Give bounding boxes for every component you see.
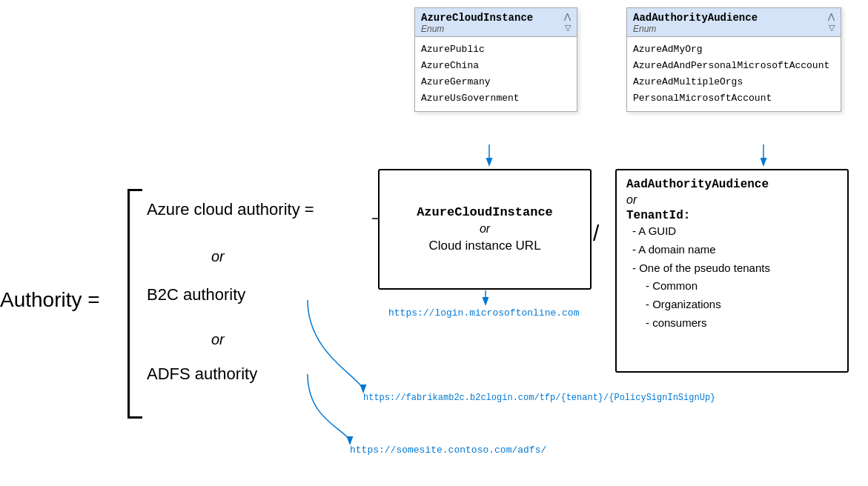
enum-azure-item-0: AzurePublic [421, 41, 571, 58]
right-box-or: or [626, 193, 845, 207]
middle-box-line1: AzureCloudInstance [417, 205, 553, 219]
enum-azure-item-2: AzureGermany [421, 74, 571, 90]
enum-aad-scroll-icon[interactable]: ⋀ [828, 12, 835, 21]
right-box-tenantid: TenantId: [626, 209, 845, 222]
enum-azure-header: AzureCloudInstance Enum ⋀ ▽ [415, 8, 577, 37]
slash-divider: / [593, 221, 599, 246]
enum-azure-scroll-icon[interactable]: ⋀ [564, 12, 571, 21]
enum-aad-item-0: AzureAdMyOrg [633, 41, 835, 58]
enum-azure-item-3: AzureUsGovernment [421, 90, 571, 107]
right-box-subitem-2: - consumers [626, 314, 845, 333]
enum-aad-body: AzureAdMyOrg AzureAdAndPersonalMicrosoft… [627, 37, 841, 111]
login-url[interactable]: https://login.microsoftonline.com [388, 307, 579, 319]
right-box-item-1: - A domain name [626, 241, 845, 259]
right-box-item-0: - A GUID [626, 222, 845, 241]
enum-azure-body: AzurePublic AzureChina AzureGermany Azur… [415, 37, 577, 111]
right-box-subitem-1: - Organizations [626, 296, 845, 314]
middle-box-content: AzureCloudInstance or Cloud instance URL [378, 169, 592, 290]
enum-aad-item-3: PersonalMicrosoftAccount [633, 90, 835, 107]
main-bracket [127, 189, 142, 419]
enum-azure-filter-icon[interactable]: ▽ [565, 23, 571, 33]
middle-box-or: or [480, 222, 490, 236]
adfs-option: ADFS authority [147, 364, 257, 384]
right-box-line1: AadAuthorityAudience [626, 178, 845, 191]
azure-cloud-option: Azure cloud authority = [147, 200, 314, 219]
enum-aad-title: AadAuthorityAudience [633, 12, 758, 24]
enum-aad-header: AadAuthorityAudience Enum ⋀ ▽ [627, 8, 841, 37]
enum-aad-filter-icon[interactable]: ▽ [829, 23, 835, 33]
enum-aad-subtitle: Enum [633, 24, 758, 34]
aad-authority-audience-enum: AadAuthorityAudience Enum ⋀ ▽ AzureAdMyO… [626, 7, 841, 112]
right-box-content: AadAuthorityAudience or TenantId: - A GU… [626, 178, 845, 333]
diagram-container: AzureCloudInstance Enum ⋀ ▽ AzurePublic … [0, 0, 868, 486]
b2c-option: B2C authority [147, 285, 245, 304]
or-1: or [211, 248, 225, 265]
enum-aad-item-1: AzureAdAndPersonalMicrosoftAccount [633, 58, 835, 74]
adfs-url[interactable]: https://somesite.contoso.com/adfs/ [350, 445, 546, 456]
enum-aad-item-2: AzureAdMultipleOrgs [633, 74, 835, 90]
right-box-subitem-0: - Common [626, 277, 845, 296]
b2c-url[interactable]: https://fabrikamb2c.b2clogin.com/tfp/{te… [363, 393, 715, 403]
right-box-item-2: - One of the pseudo tenants [626, 259, 845, 278]
enum-azure-item-1: AzureChina [421, 58, 571, 74]
enum-azure-title: AzureCloudInstance [421, 12, 533, 24]
azure-cloud-instance-enum: AzureCloudInstance Enum ⋀ ▽ AzurePublic … [414, 7, 577, 112]
or-2: or [211, 331, 225, 348]
authority-label: Authority = [0, 288, 100, 312]
middle-box-line2: Cloud instance URL [428, 239, 540, 253]
enum-azure-subtitle: Enum [421, 24, 533, 34]
